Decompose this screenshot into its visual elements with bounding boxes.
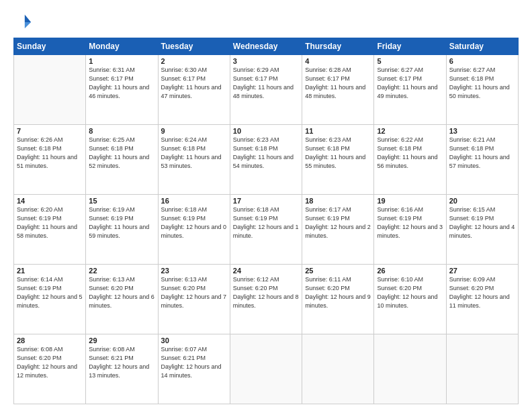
- logo: [13, 12, 35, 31]
- day-cell: 12 Sunrise: 6:22 AMSunset: 6:18 PMDaylig…: [374, 125, 446, 195]
- col-header-sunday: Sunday: [14, 38, 86, 55]
- day-number: 5: [377, 57, 443, 65]
- day-info: Sunrise: 6:11 AMSunset: 6:20 PMDaylight:…: [305, 275, 371, 310]
- col-header-monday: Monday: [86, 38, 158, 55]
- day-cell: 24 Sunrise: 6:12 AMSunset: 6:20 PMDaylig…: [230, 265, 302, 334]
- day-info: Sunrise: 6:18 AMSunset: 6:19 PMDaylight:…: [233, 205, 299, 240]
- day-info: Sunrise: 6:31 AMSunset: 6:17 PMDaylight:…: [89, 66, 154, 101]
- day-number: 11: [305, 127, 371, 135]
- col-header-wednesday: Wednesday: [230, 38, 302, 55]
- day-number: 1: [89, 57, 154, 65]
- day-number: 30: [161, 336, 227, 345]
- day-cell: 16 Sunrise: 6:18 AMSunset: 6:19 PMDaylig…: [158, 195, 230, 265]
- col-header-tuesday: Tuesday: [158, 38, 230, 55]
- week-row-2: 14 Sunrise: 6:20 AMSunset: 6:19 PMDaylig…: [14, 195, 519, 265]
- day-cell: 10 Sunrise: 6:23 AMSunset: 6:18 PMDaylig…: [230, 125, 302, 195]
- day-info: Sunrise: 6:16 AMSunset: 6:19 PMDaylight:…: [377, 205, 443, 240]
- day-info: Sunrise: 6:27 AMSunset: 6:18 PMDaylight:…: [449, 66, 515, 101]
- calendar-table: SundayMondayTuesdayWednesdayThursdayFrid…: [13, 38, 519, 404]
- day-info: Sunrise: 6:15 AMSunset: 6:19 PMDaylight:…: [449, 205, 515, 240]
- calendar-header-row: SundayMondayTuesdayWednesdayThursdayFrid…: [14, 38, 519, 55]
- day-number: 16: [161, 197, 227, 205]
- day-cell: [374, 334, 446, 404]
- day-info: Sunrise: 6:28 AMSunset: 6:17 PMDaylight:…: [305, 66, 371, 101]
- day-info: Sunrise: 6:26 AMSunset: 6:18 PMDaylight:…: [17, 136, 83, 171]
- logo-icon: [13, 12, 32, 31]
- day-info: Sunrise: 6:08 AMSunset: 6:21 PMDaylight:…: [89, 345, 154, 380]
- day-number: 4: [305, 57, 371, 65]
- day-cell: 27 Sunrise: 6:09 AMSunset: 6:20 PMDaylig…: [446, 265, 518, 334]
- day-cell: 21 Sunrise: 6:14 AMSunset: 6:19 PMDaylig…: [14, 265, 86, 334]
- day-cell: 7 Sunrise: 6:26 AMSunset: 6:18 PMDayligh…: [14, 125, 86, 195]
- day-cell: 5 Sunrise: 6:27 AMSunset: 6:17 PMDayligh…: [374, 55, 446, 125]
- day-cell: 22 Sunrise: 6:13 AMSunset: 6:20 PMDaylig…: [86, 265, 158, 334]
- day-number: 29: [89, 336, 154, 345]
- day-cell: 20 Sunrise: 6:15 AMSunset: 6:19 PMDaylig…: [446, 195, 518, 265]
- day-info: Sunrise: 6:29 AMSunset: 6:17 PMDaylight:…: [233, 66, 299, 101]
- day-number: 24: [233, 267, 299, 275]
- day-cell: 1 Sunrise: 6:31 AMSunset: 6:17 PMDayligh…: [86, 55, 158, 125]
- header: [13, 12, 519, 31]
- day-info: Sunrise: 6:13 AMSunset: 6:20 PMDaylight:…: [161, 275, 227, 310]
- day-number: 2: [161, 57, 227, 65]
- day-cell: [302, 334, 374, 404]
- day-cell: 2 Sunrise: 6:30 AMSunset: 6:17 PMDayligh…: [158, 55, 230, 125]
- day-cell: 26 Sunrise: 6:10 AMSunset: 6:20 PMDaylig…: [374, 265, 446, 334]
- day-info: Sunrise: 6:08 AMSunset: 6:20 PMDaylight:…: [17, 345, 83, 380]
- week-row-4: 28 Sunrise: 6:08 AMSunset: 6:20 PMDaylig…: [14, 334, 519, 404]
- day-cell: 15 Sunrise: 6:19 AMSunset: 6:19 PMDaylig…: [86, 195, 158, 265]
- day-cell: [446, 334, 518, 404]
- page: SundayMondayTuesdayWednesdayThursdayFrid…: [0, 0, 532, 411]
- day-info: Sunrise: 6:21 AMSunset: 6:18 PMDaylight:…: [449, 136, 515, 171]
- day-number: 26: [377, 267, 443, 275]
- day-info: Sunrise: 6:17 AMSunset: 6:19 PMDaylight:…: [305, 205, 371, 240]
- day-cell: 25 Sunrise: 6:11 AMSunset: 6:20 PMDaylig…: [302, 265, 374, 334]
- day-number: 17: [233, 197, 299, 205]
- day-cell: [14, 55, 86, 125]
- day-cell: 17 Sunrise: 6:18 AMSunset: 6:19 PMDaylig…: [230, 195, 302, 265]
- day-info: Sunrise: 6:19 AMSunset: 6:19 PMDaylight:…: [89, 205, 154, 240]
- day-cell: 4 Sunrise: 6:28 AMSunset: 6:17 PMDayligh…: [302, 55, 374, 125]
- day-number: 15: [89, 197, 154, 205]
- day-number: 7: [17, 127, 83, 135]
- day-info: Sunrise: 6:30 AMSunset: 6:17 PMDaylight:…: [161, 66, 227, 101]
- day-number: 22: [89, 267, 154, 275]
- day-info: Sunrise: 6:23 AMSunset: 6:18 PMDaylight:…: [305, 136, 371, 171]
- col-header-friday: Friday: [374, 38, 446, 55]
- day-info: Sunrise: 6:27 AMSunset: 6:17 PMDaylight:…: [377, 66, 443, 101]
- day-info: Sunrise: 6:12 AMSunset: 6:20 PMDaylight:…: [233, 275, 299, 310]
- day-number: 10: [233, 127, 299, 135]
- day-cell: 14 Sunrise: 6:20 AMSunset: 6:19 PMDaylig…: [14, 195, 86, 265]
- day-cell: 11 Sunrise: 6:23 AMSunset: 6:18 PMDaylig…: [302, 125, 374, 195]
- day-info: Sunrise: 6:14 AMSunset: 6:19 PMDaylight:…: [17, 275, 83, 310]
- col-header-saturday: Saturday: [446, 38, 518, 55]
- day-number: 28: [17, 336, 83, 345]
- day-cell: 18 Sunrise: 6:17 AMSunset: 6:19 PMDaylig…: [302, 195, 374, 265]
- day-info: Sunrise: 6:10 AMSunset: 6:20 PMDaylight:…: [377, 275, 443, 310]
- day-number: 9: [161, 127, 227, 135]
- day-number: 12: [377, 127, 443, 135]
- svg-marker-1: [25, 22, 31, 28]
- day-number: 6: [449, 57, 515, 65]
- day-number: 19: [377, 197, 443, 205]
- day-info: Sunrise: 6:18 AMSunset: 6:19 PMDaylight:…: [161, 205, 227, 240]
- day-number: 20: [449, 197, 515, 205]
- col-header-thursday: Thursday: [302, 38, 374, 55]
- day-info: Sunrise: 6:25 AMSunset: 6:18 PMDaylight:…: [89, 136, 154, 171]
- week-row-3: 21 Sunrise: 6:14 AMSunset: 6:19 PMDaylig…: [14, 265, 519, 334]
- day-info: Sunrise: 6:20 AMSunset: 6:19 PMDaylight:…: [17, 205, 83, 240]
- day-number: 3: [233, 57, 299, 65]
- day-number: 23: [161, 267, 227, 275]
- day-cell: 6 Sunrise: 6:27 AMSunset: 6:18 PMDayligh…: [446, 55, 518, 125]
- day-cell: 29 Sunrise: 6:08 AMSunset: 6:21 PMDaylig…: [86, 334, 158, 404]
- day-cell: 3 Sunrise: 6:29 AMSunset: 6:17 PMDayligh…: [230, 55, 302, 125]
- day-info: Sunrise: 6:23 AMSunset: 6:18 PMDaylight:…: [233, 136, 299, 171]
- day-cell: 23 Sunrise: 6:13 AMSunset: 6:20 PMDaylig…: [158, 265, 230, 334]
- day-cell: 13 Sunrise: 6:21 AMSunset: 6:18 PMDaylig…: [446, 125, 518, 195]
- day-cell: 19 Sunrise: 6:16 AMSunset: 6:19 PMDaylig…: [374, 195, 446, 265]
- day-info: Sunrise: 6:24 AMSunset: 6:18 PMDaylight:…: [161, 136, 227, 171]
- day-cell: 28 Sunrise: 6:08 AMSunset: 6:20 PMDaylig…: [14, 334, 86, 404]
- week-row-1: 7 Sunrise: 6:26 AMSunset: 6:18 PMDayligh…: [14, 125, 519, 195]
- day-number: 21: [17, 267, 83, 275]
- day-info: Sunrise: 6:22 AMSunset: 6:18 PMDaylight:…: [377, 136, 443, 171]
